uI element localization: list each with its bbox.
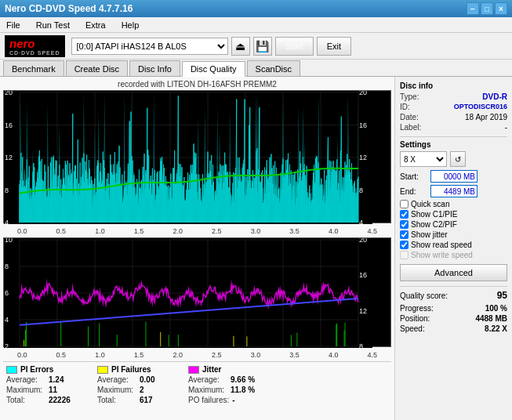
id-label: ID: [400, 103, 410, 111]
titlebar-controls: − □ × [467, 2, 507, 15]
progress-label: Progress: [400, 304, 434, 313]
exit-button[interactable]: Exit [317, 37, 351, 56]
drive-selector[interactable]: [0:0] ATAPI iHAS124 B AL0S [71, 38, 228, 55]
end-mb-label: End: [400, 187, 427, 196]
eject-icon-button[interactable]: ⏏ [231, 37, 250, 56]
disc-info-title: Disc info [400, 81, 507, 90]
quick-scan-label: Quick scan [411, 200, 449, 208]
legend: PI Errors Average: 1.24 Maximum: 11 Tota… [3, 361, 391, 404]
main-content: recorded with LITEON DH-16AFSH PREMM2 0.… [0, 77, 512, 420]
speed-row: Speed: 8.22 X [400, 324, 507, 333]
type-label: Type: [400, 92, 419, 101]
titlebar: Nero CD-DVD Speed 4.7.7.16 − □ × [0, 0, 512, 17]
menu-file[interactable]: File [3, 19, 24, 31]
lower-chart [3, 237, 391, 347]
sidebar: Disc info Type: DVD-R ID: OPTODISCR016 D… [394, 77, 512, 420]
jitter-checkbox[interactable] [400, 230, 409, 239]
jitter-legend: Jitter Average: 9.66 % Maximum: 11.8 % P… [188, 365, 267, 404]
jitter-avg: 9.66 % [231, 375, 255, 384]
tab-benchmark[interactable]: Benchmark [3, 60, 64, 76]
upper-chart [3, 90, 391, 223]
end-mb-input[interactable] [430, 185, 478, 197]
pi-errors-total: 22226 [49, 396, 71, 404]
chart-area: recorded with LITEON DH-16AFSH PREMM2 0.… [0, 77, 394, 420]
nero-logo: nero CD·DVD SPEED [5, 35, 65, 57]
quick-scan-checkbox[interactable] [400, 200, 409, 208]
date-label: Date: [400, 113, 419, 121]
c2-pif-label: Show C2/PIF [411, 220, 457, 229]
lower-x-axis: 0.0 0.5 1.0 1.5 2.0 2.5 3.0 3.5 4.0 4.5 [3, 350, 391, 360]
c1-pie-checkbox[interactable] [400, 210, 409, 219]
pi-errors-legend: PI Errors Average: 1.24 Maximum: 11 Tota… [6, 365, 85, 404]
tabs: Benchmark Create Disc Disc Info Disc Qua… [0, 60, 512, 77]
c1-pie-label: Show C1/PIE [411, 210, 457, 219]
pi-failures-max: 2 [140, 386, 144, 394]
titlebar-title: Nero CD-DVD Speed 4.7.7.16 [5, 3, 467, 14]
tab-scan-disc[interactable]: ScanDisc [247, 60, 300, 76]
advanced-button[interactable]: Advanced [400, 264, 507, 281]
pi-failures-label: PI Failures [111, 365, 151, 374]
quality-score-row: Quality score: 95 [400, 290, 507, 301]
maximize-button[interactable]: □ [481, 2, 493, 15]
pi-failures-total: 617 [140, 396, 153, 404]
jitter-color [188, 366, 199, 374]
upper-x-axis: 0.0 0.5 1.0 1.5 2.0 2.5 3.0 3.5 4.0 4.5 [3, 226, 391, 236]
date-value: 18 Apr 2019 [465, 113, 507, 121]
progress-value: 100 % [485, 304, 507, 313]
speed-value: 8.22 X [485, 324, 507, 333]
start-mb-input[interactable] [430, 170, 478, 183]
disc-label-label: Label: [400, 123, 421, 132]
progress-row: Progress: 100 % [400, 304, 507, 313]
position-label: Position: [400, 314, 430, 323]
jitter-cb-label: Show jitter [411, 230, 448, 239]
pi-errors-max: 11 [49, 386, 57, 394]
recorded-label: recorded with LITEON DH-16AFSH PREMM2 [3, 80, 391, 89]
write-speed-checkbox [400, 251, 409, 259]
settings-title: Settings [400, 140, 507, 149]
pi-failures-color [97, 366, 108, 374]
c2-pif-checkbox[interactable] [400, 220, 409, 229]
id-value: OPTODISCR016 [454, 103, 507, 111]
pi-errors-color [6, 366, 17, 374]
start-button[interactable]: Start [275, 37, 314, 56]
tab-create-disc[interactable]: Create Disc [66, 60, 128, 76]
start-mb-label: Start: [400, 172, 427, 181]
position-value: 4488 MB [475, 314, 507, 323]
settings-section: Settings 8 X 4 X Maximum ↺ Start: End: [400, 140, 507, 259]
toolbar: nero CD·DVD SPEED [0:0] ATAPI iHAS124 B … [0, 33, 512, 60]
save-icon-button[interactable]: 💾 [253, 37, 272, 56]
menu-run-test[interactable]: Run Test [33, 19, 73, 31]
minimize-button[interactable]: − [467, 2, 479, 15]
speed-label: Speed: [400, 324, 425, 333]
disc-label-value: - [505, 123, 507, 132]
pi-failures-legend: PI Failures Average: 0.00 Maximum: 2 Tot… [97, 365, 176, 404]
tab-disc-quality[interactable]: Disc Quality [182, 61, 245, 77]
tab-disc-info[interactable]: Disc Info [129, 60, 180, 76]
menubar: File Run Test Extra Help [0, 17, 512, 33]
jitter-max: 11.8 % [231, 386, 255, 394]
pi-errors-avg: 1.24 [49, 375, 64, 384]
read-speed-label: Show read speed [411, 241, 472, 249]
menu-help[interactable]: Help [118, 19, 143, 31]
jitter-po: - [232, 396, 234, 404]
pi-failures-avg: 0.00 [140, 375, 154, 384]
quality-score-label: Quality score: [400, 291, 448, 300]
position-row: Position: 4488 MB [400, 314, 507, 323]
pi-errors-label: PI Errors [20, 365, 53, 374]
jitter-label: Jitter [202, 365, 221, 374]
refresh-icon-button[interactable]: ↺ [450, 151, 466, 167]
read-speed-checkbox[interactable] [400, 241, 409, 249]
close-button[interactable]: × [495, 2, 507, 15]
write-speed-label: Show write speed [411, 251, 473, 259]
quality-score-value: 95 [497, 290, 507, 301]
type-value: DVD-R [482, 92, 507, 101]
speed-selector[interactable]: 8 X 4 X Maximum [400, 151, 447, 167]
disc-info-section: Disc info Type: DVD-R ID: OPTODISCR016 D… [400, 81, 507, 132]
menu-extra[interactable]: Extra [82, 19, 109, 31]
